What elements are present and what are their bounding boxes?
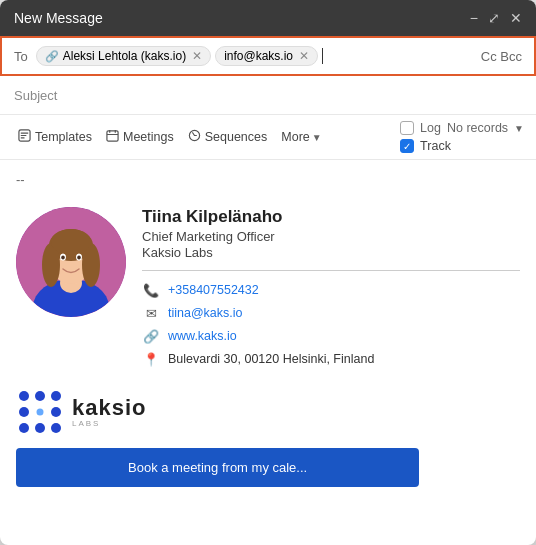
templates-icon <box>18 129 31 145</box>
subject-label: Subject <box>14 88 57 103</box>
svg-point-20 <box>77 256 81 260</box>
email-dash: -- <box>16 172 520 187</box>
email-link[interactable]: tiina@kaks.io <box>168 306 243 320</box>
log-label: Log <box>420 121 441 135</box>
to-label: To <box>14 49 28 64</box>
toolbar-left: Templates Meetings <box>12 125 396 149</box>
svg-point-24 <box>19 407 29 417</box>
contact-phone: 📞 +358407552432 <box>142 281 520 299</box>
remove-recipient-1[interactable]: ✕ <box>192 49 202 63</box>
log-row: Log No records ▼ <box>400 121 524 135</box>
sig-company: Kaksio Labs <box>142 245 520 260</box>
kaksio-logo-icon <box>16 388 64 436</box>
cc-bcc-button[interactable]: Cc Bcc <box>481 49 522 64</box>
more-button[interactable]: More ▼ <box>275 126 327 148</box>
recipient-icon-1: 🔗 <box>45 50 59 63</box>
more-label: More <box>281 130 309 144</box>
track-label: Track <box>420 139 451 153</box>
close-button[interactable]: ✕ <box>510 11 522 25</box>
subject-row: Subject <box>0 76 536 115</box>
templates-button[interactable]: Templates <box>12 125 98 149</box>
svg-point-16 <box>51 229 91 255</box>
titlebar: New Message − ⤢ ✕ <box>0 0 536 36</box>
svg-rect-4 <box>107 131 118 141</box>
cta-button[interactable]: Book a meeting from my cale... <box>16 448 419 487</box>
avatar <box>16 207 126 317</box>
kaksio-brand-sub: LABS <box>72 420 147 429</box>
email-icon: ✉ <box>142 304 160 322</box>
meetings-button[interactable]: Meetings <box>100 125 180 149</box>
text-cursor <box>322 48 323 64</box>
svg-point-27 <box>35 423 45 433</box>
contact-website: 🔗 www.kaks.io <box>142 327 520 345</box>
svg-point-23 <box>51 391 61 401</box>
compose-window: New Message − ⤢ ✕ To 🔗 Aleksi Lehtola (k… <box>0 0 536 545</box>
svg-point-26 <box>19 423 29 433</box>
toolbar-right: Log No records ▼ ✓ Track <box>400 121 524 153</box>
signature-block: Tiina Kilpelänaho Chief Marketing Office… <box>16 207 520 368</box>
svg-point-21 <box>19 391 29 401</box>
to-row: To 🔗 Aleksi Lehtola (kaks.io) ✕ info@kak… <box>0 36 536 76</box>
svg-point-29 <box>37 409 44 416</box>
svg-point-19 <box>61 256 65 260</box>
expand-button[interactable]: ⤢ <box>488 11 500 25</box>
remove-recipient-2[interactable]: ✕ <box>299 49 309 63</box>
svg-point-28 <box>51 423 61 433</box>
log-dropdown-icon: ▼ <box>514 123 524 134</box>
more-chevron-icon: ▼ <box>312 132 322 143</box>
window-title: New Message <box>14 10 103 26</box>
track-checkbox[interactable]: ✓ <box>400 139 414 153</box>
phone-link[interactable]: +358407552432 <box>168 283 259 297</box>
signature-info: Tiina Kilpelänaho Chief Marketing Office… <box>142 207 520 368</box>
location-icon: 📍 <box>142 350 160 368</box>
sequences-label: Sequences <box>205 130 268 144</box>
minimize-button[interactable]: − <box>470 11 478 25</box>
recipient-chip-2[interactable]: info@kaks.io ✕ <box>215 46 318 66</box>
website-link[interactable]: www.kaks.io <box>168 329 237 343</box>
window-controls: − ⤢ ✕ <box>470 11 522 25</box>
svg-point-25 <box>51 407 61 417</box>
recipient-name-2: info@kaks.io <box>224 49 293 63</box>
recipient-chip-1[interactable]: 🔗 Aleksi Lehtola (kaks.io) ✕ <box>36 46 211 66</box>
content-area: -- <box>0 160 536 545</box>
sequences-button[interactable]: Sequences <box>182 125 274 149</box>
sequences-icon <box>188 129 201 145</box>
sig-title: Chief Marketing Officer <box>142 229 520 244</box>
meetings-icon <box>106 129 119 145</box>
templates-label: Templates <box>35 130 92 144</box>
contact-email: ✉ tiina@kaks.io <box>142 304 520 322</box>
kaksio-brand-name: kaksio <box>72 396 147 420</box>
compose-body: To 🔗 Aleksi Lehtola (kaks.io) ✕ info@kak… <box>0 36 536 545</box>
phone-icon: 📞 <box>142 281 160 299</box>
toolbar: Templates Meetings <box>0 115 536 160</box>
contact-list: 📞 +358407552432 ✉ tiina@kaks.io 🔗 www.ka… <box>142 281 520 368</box>
log-checkbox[interactable] <box>400 121 414 135</box>
track-row: ✓ Track <box>400 139 451 153</box>
sig-divider <box>142 270 520 271</box>
address-text: Bulevardi 30, 00120 Helsinki, Finland <box>168 352 374 366</box>
website-icon: 🔗 <box>142 327 160 345</box>
company-logo: kaksio LABS <box>16 388 520 436</box>
no-records-label: No records <box>447 121 508 135</box>
contact-address: 📍 Bulevardi 30, 00120 Helsinki, Finland <box>142 350 520 368</box>
svg-point-22 <box>35 391 45 401</box>
kaksio-logo-text: kaksio LABS <box>72 396 147 429</box>
meetings-label: Meetings <box>123 130 174 144</box>
sig-name: Tiina Kilpelänaho <box>142 207 520 227</box>
recipient-name-1: Aleksi Lehtola (kaks.io) <box>63 49 186 63</box>
recipients-container: 🔗 Aleksi Lehtola (kaks.io) ✕ info@kaks.i… <box>36 46 481 66</box>
